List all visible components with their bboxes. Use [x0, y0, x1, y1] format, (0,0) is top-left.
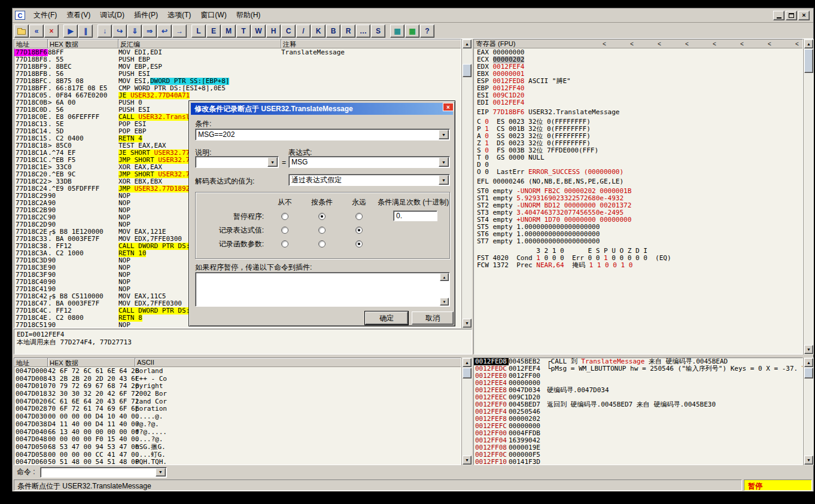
- dump-row[interactable]: 0047D038D4 11 40 00 D4 11 40 00?@.?@.: [14, 421, 461, 429]
- menu-item[interactable]: 窗口(W): [196, 8, 231, 22]
- register-line[interactable]: T 0 GS 0000 NULL: [474, 154, 802, 161]
- registers-scrollbar[interactable]: ▲ ▼: [803, 39, 814, 355]
- register-line[interactable]: FCW 1372 Prec NEAR,64 掩码 1 1 0 0 1 0: [474, 262, 802, 269]
- call-stack-button[interactable]: K: [311, 25, 326, 38]
- textarea-scroll-down[interactable]: ▼: [440, 298, 449, 306]
- register-line[interactable]: D 0: [474, 161, 802, 169]
- scroll-up-button[interactable]: ▲: [804, 39, 813, 48]
- cpu-window-button[interactable]: C: [281, 25, 296, 38]
- register-line[interactable]: ST2 empty -UNORM BD12 00000000 00201372: [474, 202, 802, 209]
- register-line[interactable]: ESI 009C1D20: [474, 92, 802, 99]
- pause-button[interactable]: ∥: [78, 25, 93, 38]
- animate-over-button[interactable]: ⇒: [142, 25, 157, 38]
- dump-row[interactable]: 0047D05068 53 47 00 94 53 47 00hSG.擸G.: [14, 444, 461, 451]
- dialog-titlebar[interactable]: 修改条件记录断点于 USER32.TranslateMessage: [191, 103, 453, 115]
- radio-button[interactable]: [355, 213, 363, 220]
- stack-row[interactable]: 0012FF1000141F3D: [474, 459, 802, 465]
- plugin-command-textarea[interactable]: ▲ ▼: [195, 272, 450, 307]
- explanation-combobox[interactable]: ▼: [195, 156, 279, 168]
- dock-arrow-icon[interactable]: <: [630, 41, 634, 47]
- radio-button[interactable]: [281, 213, 288, 220]
- close-window-button[interactable]: ×: [798, 11, 810, 20]
- disasm-scrollbar[interactable]: ▲ ▼: [461, 39, 472, 328]
- threads-button[interactable]: T: [236, 25, 251, 38]
- ok-button[interactable]: 确定: [365, 311, 408, 325]
- register-line[interactable]: EAX 00000000: [474, 49, 802, 56]
- register-line[interactable]: 3 2 1 0 E S P U O Z D I: [474, 248, 802, 255]
- scroll-up-button[interactable]: ▲: [804, 358, 813, 367]
- column-header-comment[interactable]: 注释: [281, 39, 461, 48]
- radio-button[interactable]: [355, 240, 363, 248]
- scroll-thumb[interactable]: [463, 368, 472, 378]
- register-line[interactable]: EIP 77D18BF6 USER32.TranslateMessage: [474, 109, 802, 116]
- column-header-address[interactable]: 地址: [14, 358, 48, 366]
- dropdown-button[interactable]: ▼: [156, 468, 166, 476]
- dump-row[interactable]: 0047D00042 6F 72 6C 61 6E 64 20Borland: [14, 368, 461, 375]
- command-input[interactable]: ▼: [40, 467, 167, 478]
- tile-windows-button[interactable]: ▦: [390, 25, 405, 38]
- column-header-hex[interactable]: HEX 数据: [48, 358, 135, 366]
- run-to-return-button[interactable]: ↩: [157, 25, 172, 38]
- close-program-button[interactable]: ×: [44, 25, 59, 38]
- dump-row[interactable]: 0047D06050 51 48 00 54 51 48 00PQH.TQH.: [14, 459, 461, 465]
- dump-row[interactable]: 0047D01832 30 30 32 20 42 6F 722002 Bor: [14, 390, 461, 398]
- dropdown-button[interactable]: ▼: [439, 175, 449, 185]
- register-line[interactable]: P 1 CS 001B 32位 0(FFFFFFFF): [474, 126, 802, 133]
- register-line[interactable]: ESP 0012FED8 ASCII "膊E": [474, 78, 802, 85]
- disasm-row[interactable]: 77D18C05. 0F84 667E0200JE USER32.77D40A7…: [14, 92, 461, 99]
- register-line[interactable]: ST1 empty 5.9293169023322572680e-4932: [474, 195, 802, 202]
- animate-into-button[interactable]: ⇓: [127, 25, 142, 38]
- register-line[interactable]: S 0 FS 003B 32位 7FFDE000(FFF): [474, 147, 802, 154]
- condition-combobox[interactable]: MSG==202 ▼: [195, 129, 450, 140]
- help-button[interactable]: ?: [420, 25, 434, 38]
- register-line[interactable]: EDI 0012FEF4: [474, 99, 802, 106]
- radio-button[interactable]: [355, 227, 363, 234]
- register-line[interactable]: ST3 empty 3.4047463732077456550e-2495: [474, 209, 802, 216]
- breakpoints-button[interactable]: B: [326, 25, 340, 38]
- dock-arrow-icon[interactable]: <: [768, 41, 771, 47]
- register-line[interactable]: EDX 0012FEF4: [474, 63, 802, 71]
- column-header-address[interactable]: 地址: [14, 39, 48, 48]
- register-line[interactable]: FST 4020 Cond 1 0 0 0 Err 0 0 1 0 0 0 0 …: [474, 255, 802, 262]
- dropdown-button[interactable]: ▼: [267, 157, 278, 167]
- register-line[interactable]: Z 1 DS 0023 32位 0(FFFFFFFF): [474, 140, 802, 147]
- textarea-scroll-up[interactable]: ▲: [440, 273, 449, 281]
- register-line[interactable]: EBX 00000001: [474, 71, 802, 78]
- register-line[interactable]: C 0 ES 0023 32位 0(FFFFFFFF): [474, 118, 802, 126]
- dump-scrollbar[interactable]: ▲ ▼: [461, 358, 472, 465]
- go-to-address-button[interactable]: →: [172, 25, 187, 38]
- restore-button[interactable]: [786, 11, 797, 20]
- dock-arrow-icon[interactable]: <: [603, 41, 606, 47]
- run-button[interactable]: ▶: [63, 25, 78, 38]
- scroll-thumb[interactable]: [463, 64, 472, 77]
- disasm-row[interactable]: 77D18BF9. 8BECMOV EBP,ESP: [14, 63, 461, 71]
- decode-combobox[interactable]: 通过表达式假定 ▼: [288, 174, 450, 186]
- disasm-row[interactable]: 77D18BFC. 8B75 08MOV ESI,DWORD PTR SS:[E…: [14, 78, 461, 85]
- scroll-down-button[interactable]: ▼: [463, 456, 472, 465]
- radio-button[interactable]: [318, 240, 326, 248]
- dock-arrow-icon[interactable]: <: [685, 41, 689, 47]
- menu-item[interactable]: 插件(P): [129, 8, 163, 22]
- dropdown-button[interactable]: ▼: [439, 130, 449, 139]
- register-line[interactable]: ST6 empty 1.0000000000000000000: [474, 231, 802, 238]
- appearance-button[interactable]: ▦: [405, 25, 419, 38]
- register-line[interactable]: ECX 00000202: [474, 56, 802, 63]
- cancel-button[interactable]: 取消: [412, 311, 454, 325]
- restart-button[interactable]: «: [29, 25, 44, 38]
- menu-item[interactable]: 帮助(H): [232, 8, 266, 22]
- menu-item[interactable]: 文件(F): [29, 8, 62, 22]
- menu-item[interactable]: 调试(D): [95, 8, 129, 22]
- log-window-button[interactable]: L: [191, 25, 206, 38]
- run-trace-button[interactable]: …: [356, 25, 370, 38]
- column-header-hex[interactable]: HEX 数据: [48, 39, 118, 48]
- open-file-button[interactable]: [14, 25, 29, 38]
- register-line[interactable]: ST5 empty 1.0000000000000000000: [474, 224, 802, 231]
- references-button[interactable]: R: [341, 25, 355, 38]
- scroll-down-button[interactable]: ▼: [463, 319, 472, 328]
- disasm-row[interactable]: 77D18BFF. 66:817E 08 E5CMP WORD PTR DS:[…: [14, 85, 461, 92]
- patches-button[interactable]: /: [296, 25, 311, 38]
- dump-row[interactable]: 0047D04800 00 00 00 F0 15 40 00....?@.: [14, 436, 461, 444]
- dock-arrow-icon[interactable]: <: [795, 41, 799, 47]
- menu-item[interactable]: 查看(V): [62, 8, 95, 22]
- executable-modules-button[interactable]: E: [206, 25, 221, 38]
